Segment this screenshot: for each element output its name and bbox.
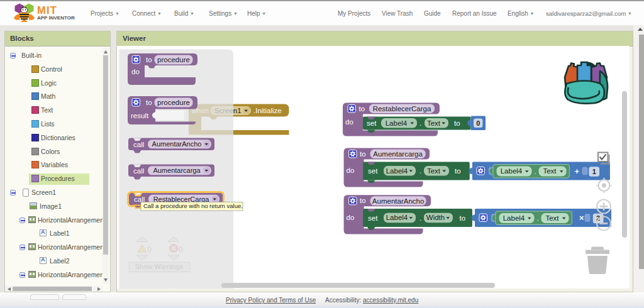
- svg-text:Call a procedure with no retur: Call a procedure with no return value.: [143, 202, 243, 209]
- svg-text:×: ×: [579, 213, 584, 223]
- svg-text:.: .: [419, 167, 421, 175]
- svg-text:Label4: Label4: [501, 167, 523, 175]
- svg-text:Width: Width: [426, 214, 445, 221]
- svg-text:procedure: procedure: [157, 99, 190, 106]
- svg-text:do: do: [347, 167, 355, 174]
- svg-text:call: call: [133, 167, 144, 175]
- svg-text:AumentarAncho: AumentarAncho: [152, 140, 202, 148]
- svg-text:set: set: [368, 214, 378, 222]
- svg-text:to: to: [360, 150, 366, 158]
- svg-text:to: to: [360, 197, 366, 204]
- svg-text:result: result: [131, 112, 149, 119]
- svg-text:Aumentarcarga: Aumentarcarga: [153, 167, 201, 174]
- svg-text:do: do: [347, 214, 355, 221]
- svg-text:1: 1: [592, 168, 596, 175]
- svg-text:.: .: [535, 168, 536, 175]
- svg-text:Text: Text: [543, 167, 557, 175]
- svg-text:RestablecerCarga: RestablecerCarga: [373, 105, 431, 113]
- svg-text:do: do: [345, 118, 353, 126]
- svg-text:to: to: [359, 105, 365, 113]
- svg-text:.: .: [419, 214, 421, 222]
- svg-text:do: do: [131, 68, 140, 75]
- svg-text:Label4: Label4: [386, 167, 408, 175]
- svg-text:to: to: [454, 119, 460, 127]
- svg-text:.: .: [419, 119, 421, 127]
- svg-text:to: to: [146, 56, 152, 63]
- svg-text:to: to: [455, 167, 461, 175]
- svg-text:0: 0: [476, 119, 480, 127]
- svg-text:to: to: [460, 214, 466, 222]
- svg-text:Label4: Label4: [386, 119, 408, 127]
- svg-text:Text: Text: [427, 119, 441, 127]
- svg-text:set: set: [367, 119, 377, 127]
- svg-text:AumentarAncho: AumentarAncho: [372, 197, 424, 205]
- svg-text:.Initialize: .Initialize: [253, 107, 282, 114]
- svg-text:Aumentarcarga: Aumentarcarga: [373, 150, 423, 158]
- svg-text:Text: Text: [427, 167, 441, 175]
- svg-text:set: set: [368, 167, 378, 175]
- svg-text:Label4: Label4: [503, 214, 525, 222]
- svg-text:Text: Text: [545, 214, 559, 222]
- svg-text:Label4: Label4: [386, 214, 408, 221]
- svg-text:+: +: [575, 167, 580, 176]
- svg-text:to: to: [146, 99, 152, 106]
- svg-text:call: call: [133, 141, 144, 148]
- svg-text:.: .: [537, 214, 539, 222]
- svg-text:RestablecerCarga: RestablecerCarga: [153, 195, 210, 203]
- svg-text:procedure: procedure: [157, 56, 190, 63]
